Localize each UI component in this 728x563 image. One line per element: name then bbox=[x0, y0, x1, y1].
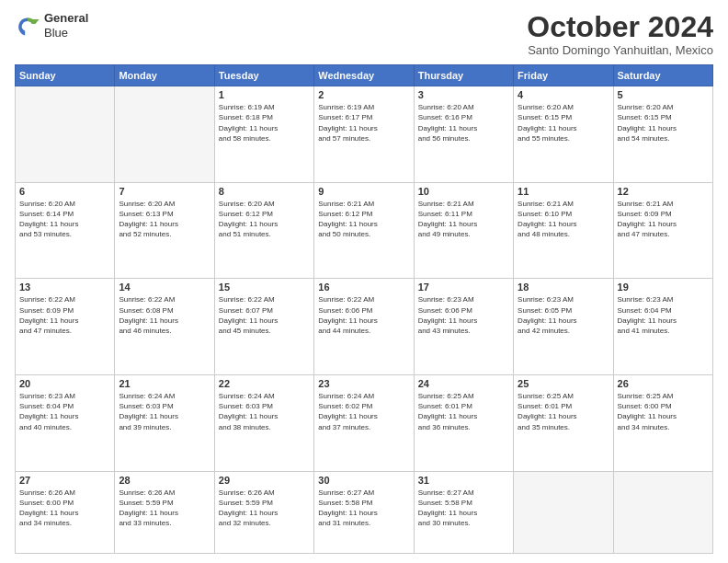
calendar-cell: 5Sunrise: 6:20 AM Sunset: 6:15 PM Daylig… bbox=[613, 86, 712, 183]
day-info: Sunrise: 6:20 AM Sunset: 6:16 PM Dayligh… bbox=[418, 102, 509, 144]
day-number: 9 bbox=[318, 186, 409, 197]
calendar-page: General Blue October 2024 Santo Domingo … bbox=[0, 0, 728, 563]
day-number: 1 bbox=[219, 89, 310, 100]
calendar-cell: 20Sunrise: 6:23 AM Sunset: 6:04 PM Dayli… bbox=[16, 375, 115, 472]
day-number: 17 bbox=[418, 282, 509, 293]
day-number: 3 bbox=[418, 89, 509, 100]
day-number: 26 bbox=[618, 378, 709, 389]
day-info: Sunrise: 6:24 AM Sunset: 6:03 PM Dayligh… bbox=[119, 391, 210, 432]
day-info: Sunrise: 6:21 AM Sunset: 6:09 PM Dayligh… bbox=[618, 199, 709, 240]
day-info: Sunrise: 6:23 AM Sunset: 6:05 PM Dayligh… bbox=[518, 294, 609, 336]
day-number: 12 bbox=[618, 186, 709, 197]
calendar-cell: 14Sunrise: 6:22 AM Sunset: 6:08 PM Dayli… bbox=[115, 279, 214, 375]
day-info: Sunrise: 6:22 AM Sunset: 6:07 PM Dayligh… bbox=[219, 294, 310, 336]
calendar-cell: 13Sunrise: 6:22 AM Sunset: 6:09 PM Dayli… bbox=[16, 279, 115, 375]
calendar-cell: 3Sunrise: 6:20 AM Sunset: 6:16 PM Daylig… bbox=[414, 86, 513, 183]
calendar-week-4: 20Sunrise: 6:23 AM Sunset: 6:04 PM Dayli… bbox=[16, 375, 713, 472]
day-info: Sunrise: 6:24 AM Sunset: 6:03 PM Dayligh… bbox=[219, 391, 310, 432]
day-number: 16 bbox=[318, 282, 409, 293]
day-info: Sunrise: 6:27 AM Sunset: 5:58 PM Dayligh… bbox=[318, 488, 409, 529]
day-number: 11 bbox=[518, 186, 609, 197]
calendar-cell: 11Sunrise: 6:21 AM Sunset: 6:10 PM Dayli… bbox=[514, 182, 613, 279]
calendar-cell: 4Sunrise: 6:20 AM Sunset: 6:15 PM Daylig… bbox=[514, 86, 613, 183]
day-info: Sunrise: 6:26 AM Sunset: 5:59 PM Dayligh… bbox=[119, 488, 210, 529]
calendar-cell: 18Sunrise: 6:23 AM Sunset: 6:05 PM Dayli… bbox=[514, 279, 613, 375]
calendar-cell bbox=[115, 86, 214, 183]
day-number: 22 bbox=[219, 378, 310, 389]
day-info: Sunrise: 6:21 AM Sunset: 6:10 PM Dayligh… bbox=[518, 199, 609, 240]
calendar-cell: 30Sunrise: 6:27 AM Sunset: 5:58 PM Dayli… bbox=[314, 471, 414, 553]
calendar-week-1: 1Sunrise: 6:19 AM Sunset: 6:18 PM Daylig… bbox=[16, 86, 713, 183]
day-info: Sunrise: 6:26 AM Sunset: 5:59 PM Dayligh… bbox=[219, 488, 310, 529]
day-info: Sunrise: 6:23 AM Sunset: 6:04 PM Dayligh… bbox=[19, 391, 110, 432]
header-sunday: Sunday bbox=[16, 65, 115, 86]
month-title: October 2024 bbox=[527, 11, 713, 43]
day-number: 20 bbox=[19, 378, 110, 389]
calendar-cell: 25Sunrise: 6:25 AM Sunset: 6:01 PM Dayli… bbox=[514, 375, 613, 472]
day-info: Sunrise: 6:20 AM Sunset: 6:15 PM Dayligh… bbox=[518, 102, 609, 144]
day-number: 13 bbox=[19, 282, 110, 293]
day-number: 2 bbox=[318, 89, 409, 100]
day-info: Sunrise: 6:20 AM Sunset: 6:13 PM Dayligh… bbox=[119, 199, 210, 240]
day-info: Sunrise: 6:20 AM Sunset: 6:12 PM Dayligh… bbox=[219, 199, 310, 240]
calendar-cell: 22Sunrise: 6:24 AM Sunset: 6:03 PM Dayli… bbox=[214, 375, 313, 472]
calendar-cell: 10Sunrise: 6:21 AM Sunset: 6:11 PM Dayli… bbox=[414, 182, 513, 279]
day-info: Sunrise: 6:25 AM Sunset: 6:01 PM Dayligh… bbox=[518, 391, 609, 432]
day-number: 27 bbox=[19, 475, 110, 486]
header: General Blue October 2024 Santo Domingo … bbox=[15, 11, 713, 57]
header-tuesday: Tuesday bbox=[214, 65, 313, 86]
calendar-cell bbox=[613, 471, 712, 553]
calendar-week-5: 27Sunrise: 6:26 AM Sunset: 6:00 PM Dayli… bbox=[16, 471, 713, 553]
day-number: 19 bbox=[618, 282, 709, 293]
day-info: Sunrise: 6:22 AM Sunset: 6:08 PM Dayligh… bbox=[119, 294, 210, 336]
day-info: Sunrise: 6:23 AM Sunset: 6:04 PM Dayligh… bbox=[618, 294, 709, 336]
day-number: 21 bbox=[119, 378, 210, 389]
svg-rect-0 bbox=[15, 13, 40, 39]
header-monday: Monday bbox=[115, 65, 214, 86]
calendar-week-3: 13Sunrise: 6:22 AM Sunset: 6:09 PM Dayli… bbox=[16, 279, 713, 375]
logo-text: General Blue bbox=[44, 11, 88, 40]
title-block: October 2024 Santo Domingo Yanhuitlan, M… bbox=[527, 11, 713, 57]
logo: General Blue bbox=[15, 11, 88, 40]
day-number: 10 bbox=[418, 186, 509, 197]
calendar-cell: 19Sunrise: 6:23 AM Sunset: 6:04 PM Dayli… bbox=[613, 279, 712, 375]
day-number: 15 bbox=[219, 282, 310, 293]
calendar-cell bbox=[514, 471, 613, 553]
calendar-cell: 12Sunrise: 6:21 AM Sunset: 6:09 PM Dayli… bbox=[613, 182, 712, 279]
calendar-cell: 2Sunrise: 6:19 AM Sunset: 6:17 PM Daylig… bbox=[314, 86, 414, 183]
calendar-table: Sunday Monday Tuesday Wednesday Thursday… bbox=[15, 64, 713, 554]
day-info: Sunrise: 6:19 AM Sunset: 6:18 PM Dayligh… bbox=[219, 102, 310, 144]
day-number: 30 bbox=[318, 475, 409, 486]
day-info: Sunrise: 6:25 AM Sunset: 6:01 PM Dayligh… bbox=[418, 391, 509, 432]
day-info: Sunrise: 6:21 AM Sunset: 6:11 PM Dayligh… bbox=[418, 199, 509, 240]
day-number: 28 bbox=[119, 475, 210, 486]
header-wednesday: Wednesday bbox=[314, 65, 414, 86]
day-number: 5 bbox=[618, 89, 709, 100]
day-info: Sunrise: 6:26 AM Sunset: 6:00 PM Dayligh… bbox=[19, 488, 110, 529]
day-number: 23 bbox=[318, 378, 409, 389]
day-info: Sunrise: 6:27 AM Sunset: 5:58 PM Dayligh… bbox=[418, 488, 509, 529]
day-info: Sunrise: 6:20 AM Sunset: 6:14 PM Dayligh… bbox=[19, 199, 110, 240]
header-saturday: Saturday bbox=[613, 65, 712, 86]
day-info: Sunrise: 6:24 AM Sunset: 6:02 PM Dayligh… bbox=[318, 391, 409, 432]
calendar-cell: 7Sunrise: 6:20 AM Sunset: 6:13 PM Daylig… bbox=[115, 182, 214, 279]
calendar-cell: 8Sunrise: 6:20 AM Sunset: 6:12 PM Daylig… bbox=[214, 182, 313, 279]
day-number: 4 bbox=[518, 89, 609, 100]
calendar-cell: 29Sunrise: 6:26 AM Sunset: 5:59 PM Dayli… bbox=[214, 471, 313, 553]
location-subtitle: Santo Domingo Yanhuitlan, Mexico bbox=[527, 43, 713, 57]
day-number: 18 bbox=[518, 282, 609, 293]
calendar-cell: 16Sunrise: 6:22 AM Sunset: 6:06 PM Dayli… bbox=[314, 279, 414, 375]
logo-general: General bbox=[44, 11, 88, 26]
calendar-cell: 23Sunrise: 6:24 AM Sunset: 6:02 PM Dayli… bbox=[314, 375, 414, 472]
day-info: Sunrise: 6:22 AM Sunset: 6:09 PM Dayligh… bbox=[19, 294, 110, 336]
day-number: 7 bbox=[119, 186, 210, 197]
day-number: 8 bbox=[219, 186, 310, 197]
header-friday: Friday bbox=[514, 65, 613, 86]
calendar-cell: 26Sunrise: 6:25 AM Sunset: 6:00 PM Dayli… bbox=[613, 375, 712, 472]
day-info: Sunrise: 6:23 AM Sunset: 6:06 PM Dayligh… bbox=[418, 294, 509, 336]
calendar-cell: 31Sunrise: 6:27 AM Sunset: 5:58 PM Dayli… bbox=[414, 471, 513, 553]
day-info: Sunrise: 6:22 AM Sunset: 6:06 PM Dayligh… bbox=[318, 294, 409, 336]
calendar-cell: 17Sunrise: 6:23 AM Sunset: 6:06 PM Dayli… bbox=[414, 279, 513, 375]
header-thursday: Thursday bbox=[414, 65, 513, 86]
calendar-cell: 27Sunrise: 6:26 AM Sunset: 6:00 PM Dayli… bbox=[16, 471, 115, 553]
